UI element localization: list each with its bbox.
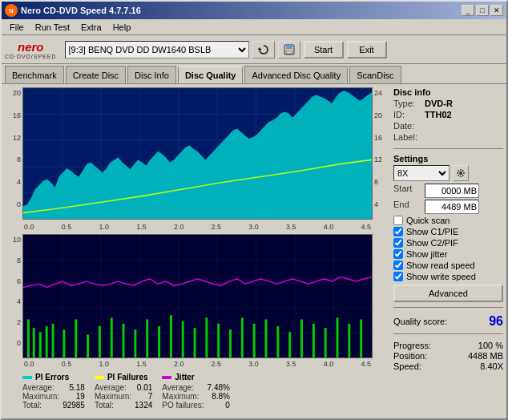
settings-icon-button[interactable] — [453, 165, 469, 181]
divider-3 — [393, 333, 503, 334]
show-c1-pie-checkbox[interactable] — [393, 227, 403, 236]
maximize-button[interactable]: □ — [476, 5, 489, 16]
position-label: Position: — [393, 351, 427, 361]
progress-row: Progress: 100 % — [393, 341, 503, 350]
svg-rect-44 — [170, 315, 172, 357]
speed-row-progress: Speed: 8.40X — [393, 361, 503, 371]
settings-title: Settings — [393, 154, 503, 164]
progress-section: Progress: 100 % Position: 4488 MB Speed:… — [393, 341, 503, 372]
legend-pi-errors: PI Errors Average: 5.18 Maximum: 19 Tota… — [22, 373, 85, 410]
top-x-axis: 0.0 0.5 1.0 1.5 2.0 2.5 3.0 3.5 4.0 4.5 — [5, 223, 387, 231]
main-window: N Nero CD-DVD Speed 4.7.7.16 _ □ ✕ File … — [0, 0, 508, 420]
svg-rect-41 — [134, 329, 136, 357]
show-c2-pif-checkbox[interactable] — [393, 238, 403, 248]
bottom-chart-canvas — [22, 234, 373, 358]
menu-help[interactable]: Help — [108, 21, 136, 34]
exit-button[interactable]: Exit — [347, 41, 387, 59]
svg-rect-56 — [312, 324, 315, 357]
show-write-speed-row: Show write speed — [393, 272, 503, 281]
svg-rect-32 — [39, 332, 42, 357]
disc-info-section: Disc info Type: DVD-R ID: TTH02 Date: La… — [393, 87, 503, 143]
show-c1-pie-label: Show C1/PIE — [406, 227, 458, 236]
menu-runtest[interactable]: Run Test — [30, 21, 75, 34]
progress-value: 100 % — [478, 341, 503, 350]
svg-rect-53 — [276, 326, 279, 357]
toolbar: nero CD·DVD/SPEED [9:3] BENQ DVD DD DW16… — [2, 35, 506, 64]
chart-area: 20 16 12 8 4 0 — [2, 84, 390, 418]
bottom-chart-svg — [23, 235, 372, 357]
menu-bar: File Run Test Extra Help — [2, 19, 506, 35]
progress-label: Progress: — [393, 341, 431, 350]
show-jitter-checkbox[interactable] — [393, 249, 403, 259]
disc-label-row: Label: — [393, 132, 503, 142]
top-chart-y-left: 20 16 12 8 4 0 — [5, 87, 22, 220]
save-button[interactable] — [278, 41, 300, 59]
show-write-speed-checkbox[interactable] — [393, 272, 403, 281]
svg-rect-31 — [33, 328, 35, 357]
refresh-button[interactable] — [252, 41, 275, 59]
svg-rect-2 — [286, 45, 292, 49]
quick-scan-label: Quick scan — [406, 216, 450, 225]
svg-rect-50 — [241, 317, 244, 357]
show-c1-pie-row: Show C1/PIE — [393, 227, 503, 236]
quality-score-value: 96 — [489, 314, 503, 329]
bottom-chart-wrapper: 10 8 6 4 2 0 — [5, 234, 387, 358]
svg-rect-42 — [146, 320, 148, 357]
end-input[interactable] — [425, 200, 479, 214]
nero-logo: nero CD·DVD/SPEED — [5, 40, 57, 59]
svg-rect-57 — [325, 328, 327, 357]
top-chart-svg — [23, 88, 372, 219]
tab-bar: Benchmark Create Disc Disc Info Disc Qua… — [2, 64, 506, 83]
top-chart-wrapper: 20 16 12 8 4 0 — [5, 87, 387, 220]
right-panel: Disc info Type: DVD-R ID: TTH02 Date: La… — [390, 84, 506, 418]
minimize-button[interactable]: _ — [462, 5, 474, 16]
tab-create-disc[interactable]: Create Disc — [66, 66, 126, 83]
show-c2-pif-label: Show C2/PIF — [406, 238, 458, 248]
menu-extra[interactable]: Extra — [76, 21, 107, 34]
logo-nero-text: nero — [18, 40, 44, 54]
svg-rect-48 — [217, 324, 220, 357]
svg-marker-0 — [258, 47, 262, 50]
svg-rect-33 — [46, 326, 48, 357]
svg-rect-60 — [360, 320, 362, 357]
speed-selector[interactable]: 8X 1X 2X 4X 16X — [393, 165, 450, 181]
close-button[interactable]: ✕ — [490, 5, 503, 16]
svg-rect-35 — [62, 329, 65, 357]
main-content: 20 16 12 8 4 0 — [2, 83, 506, 418]
tab-disc-quality[interactable]: Disc Quality — [178, 66, 244, 83]
start-input[interactable] — [425, 184, 479, 198]
show-read-speed-checkbox[interactable] — [393, 260, 403, 270]
tab-benchmark[interactable]: Benchmark — [5, 66, 64, 83]
show-write-speed-label: Show write speed — [406, 272, 476, 281]
app-icon: N — [5, 4, 18, 17]
tab-scandisc[interactable]: ScanDisc — [349, 66, 401, 83]
quality-score-row: Quality score: 96 — [393, 314, 503, 329]
top-chart-y-right: 24 20 16 12 8 4 — [373, 87, 387, 220]
quality-score-label: Quality score: — [393, 317, 447, 326]
position-row: Position: 4488 MB — [393, 351, 503, 361]
disc-info-title: Disc info — [393, 87, 503, 97]
disc-id-row: ID: TTH02 — [393, 110, 503, 119]
menu-file[interactable]: File — [5, 21, 29, 34]
tab-disc-info[interactable]: Disc Info — [127, 66, 176, 83]
title-bar: N Nero CD-DVD Speed 4.7.7.16 _ □ ✕ — [2, 2, 506, 19]
bottom-chart-y-right — [373, 234, 387, 358]
quick-scan-checkbox[interactable] — [393, 216, 403, 225]
svg-rect-38 — [99, 326, 101, 357]
advanced-button[interactable]: Advanced — [393, 285, 503, 302]
tab-advanced-disc-quality[interactable]: Advanced Disc Quality — [244, 66, 348, 83]
pi-errors-dot — [22, 376, 32, 379]
svg-rect-34 — [52, 324, 54, 357]
quick-scan-row: Quick scan — [393, 216, 503, 225]
drive-selector[interactable]: [9:3] BENQ DVD DD DW1640 BSLB — [65, 41, 249, 59]
pi-failures-dot — [95, 376, 104, 379]
svg-rect-46 — [194, 328, 196, 357]
svg-rect-30 — [27, 320, 30, 357]
svg-rect-49 — [229, 329, 232, 357]
position-value: 4488 MB — [468, 351, 503, 361]
svg-rect-3 — [286, 50, 292, 54]
refresh-icon — [258, 44, 269, 55]
start-button[interactable]: Start — [304, 41, 344, 59]
window-title: Nero CD-DVD Speed 4.7.7.16 — [21, 6, 141, 15]
bottom-chart-y-left: 10 8 6 4 2 0 — [5, 234, 22, 358]
